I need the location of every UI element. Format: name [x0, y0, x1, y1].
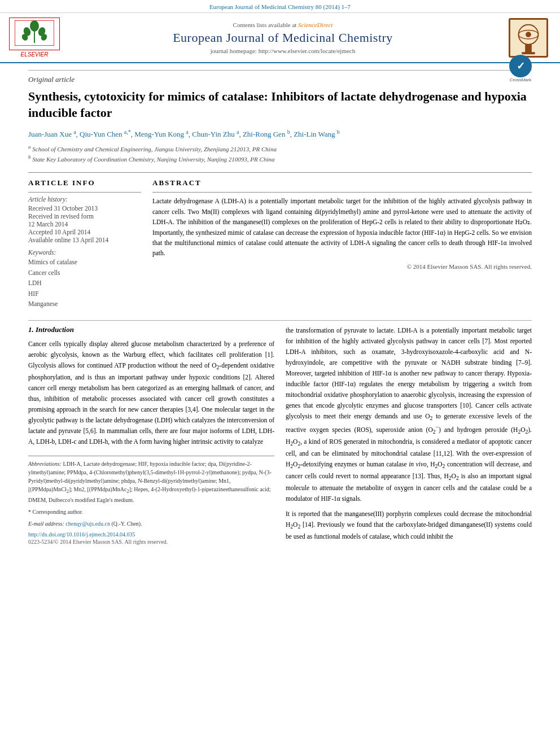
crossmark-icon: ✓: [509, 55, 532, 77]
abstract-text: Lactate dehydrogenase A (LDH-A) is a pot…: [152, 196, 532, 258]
revised-label: Received in revised form: [28, 213, 141, 220]
doi-line: http://dx.doi.org/10.1016/j.ejmech.2014.…: [28, 531, 274, 538]
history-label: Article history:: [28, 196, 141, 203]
keywords-label: Keywords:: [28, 249, 141, 256]
section-divider: [28, 320, 532, 321]
svg-rect-11: [525, 44, 532, 53]
article-info-column: ARTICLE INFO Article history: Received 3…: [28, 178, 141, 309]
copyright-line: © 2014 Elsevier Masson SAS. All rights r…: [152, 263, 532, 270]
abstract-column: ABSTRACT Lactate dehydrogenase A (LDH-A)…: [152, 178, 532, 309]
journal-center: Contents lists available at ScienceDirec…: [65, 21, 500, 54]
email-note: E-mail address: chenqy@ujs.edu.cn (Q.-Y.…: [28, 519, 274, 528]
introduction-title: 1. Introduction: [28, 325, 274, 334]
sciencedirect-link[interactable]: ScienceDirect: [298, 21, 333, 28]
footnote-section: Abbreviations: LDH-A, Lactate dehydrogen…: [28, 456, 274, 527]
journal-logo-right: EJMC: [506, 18, 551, 58]
journal-logo-image: EJMC: [509, 18, 548, 58]
introduction-right-text: the transformation of pyruvate to lactat…: [286, 325, 532, 542]
elsevier-logo-svg: [15, 20, 54, 46]
intro-left-p1: Cancer cells typically display altered g…: [28, 339, 274, 447]
main-body: 1. Introduction Cancer cells typically d…: [0, 325, 560, 547]
journal-header: ELSEVIER Contents lists available at Sci…: [0, 13, 560, 63]
email-link[interactable]: chenqy@ujs.edu.cn: [65, 521, 110, 527]
elsevier-logo-box: [9, 18, 60, 50]
keyword-3: LDH: [28, 278, 141, 288]
article-title: Synthesis, cytotoxicity for mimics of ca…: [28, 89, 532, 121]
crossmark-label: CrossMark: [509, 77, 532, 82]
title-section: ✓ CrossMark Synthesis, cytotoxicity for …: [28, 89, 532, 121]
sciencedirect-line: Contents lists available at ScienceDirec…: [65, 21, 500, 28]
content-area: Original article ✓ CrossMark Synthesis, …: [0, 63, 560, 316]
svg-rect-12: [522, 52, 535, 54]
body-right-column: the transformation of pyruvate to lactat…: [286, 325, 532, 547]
keywords-list: Mimics of catalase Cancer cells LDH HIF …: [28, 257, 141, 309]
intro-right-p1: the transformation of pyruvate to lactat…: [286, 325, 532, 504]
abstract-divider: [152, 192, 532, 193]
abstract-paragraph: Lactate dehydrogenase A (LDH-A) is a pot…: [152, 196, 532, 258]
abbreviations-label: Abbreviations:: [28, 461, 62, 467]
intro-right-p2: It is reported that the manganese(III) p…: [286, 509, 532, 542]
affiliation-b: b State Key Laboratory of Coordination C…: [28, 154, 532, 164]
journal-title: European Journal of Medicinal Chemistry: [65, 30, 500, 45]
svg-point-10: [526, 32, 531, 37]
accepted-date: Accepted 10 April 2014: [28, 229, 141, 235]
keyword-2: Cancer cells: [28, 268, 141, 278]
elsevier-label: ELSEVIER: [9, 51, 60, 58]
article-info-divider: [28, 192, 141, 193]
citation-text: European Journal of Medicinal Chemistry …: [209, 3, 351, 10]
corresponding-note: * Corresponding author.: [28, 508, 274, 516]
authors-line: Juan-Juan Xue a, Qiu-Yun Chen a,*, Meng-…: [28, 128, 532, 140]
elsevier-logo: ELSEVIER: [9, 18, 60, 58]
abbreviations-text: Abbreviations: LDH-A, Lactate dehydrogen…: [28, 460, 274, 504]
issn-line: 0223-5234/© 2014 Elsevier Masson SAS. Al…: [28, 539, 274, 545]
abstract-header: ABSTRACT: [152, 178, 532, 187]
article-info-header: ARTICLE INFO: [28, 178, 141, 187]
svg-point-2: [30, 20, 39, 32]
received-date: Received 31 October 2013: [28, 205, 141, 212]
affiliations: a School of Chemistry and Chemical Engin…: [28, 143, 532, 164]
keyword-1: Mimics of catalase: [28, 257, 141, 267]
journal-homepage: journal homepage: http://www.elsevier.co…: [65, 47, 500, 54]
available-date: Available online 13 April 2014: [28, 237, 141, 243]
crossmark: ✓ CrossMark: [509, 55, 532, 82]
article-type: Original article: [28, 70, 532, 84]
body-left-column: 1. Introduction Cancer cells typically d…: [28, 325, 274, 547]
keyword-4: HIF: [28, 289, 141, 299]
introduction-left-text: Cancer cells typically display altered g…: [28, 339, 274, 447]
journal-emblem-svg: EJMC: [510, 19, 547, 57]
article-info-abstract-section: ARTICLE INFO Article history: Received 3…: [28, 172, 532, 309]
keyword-5: Manganese: [28, 299, 141, 309]
journal-citation-banner: European Journal of Medicinal Chemistry …: [0, 0, 560, 13]
revised-date: 12 March 2014: [28, 221, 141, 228]
affiliation-a: a School of Chemistry and Chemical Engin…: [28, 143, 532, 154]
